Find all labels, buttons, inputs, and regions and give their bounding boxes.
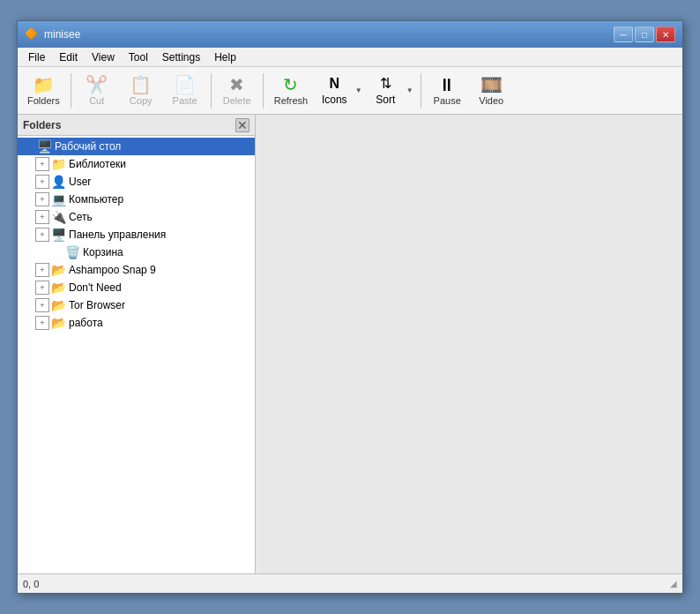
sort-button[interactable]: ⇅ Sort xyxy=(368,71,403,111)
icons-icon: N xyxy=(329,76,339,92)
copy-label: Copy xyxy=(130,95,153,106)
tree-item-dont-need[interactable]: + 📂 Don't Need xyxy=(18,279,255,296)
copy-icon: 📋 xyxy=(130,76,152,94)
folder-tree: 🖥️ Рабочий стол + 📁 Библиотеки + 👤 User xyxy=(18,136,255,573)
coordinates-display: 0, 0 xyxy=(23,579,39,589)
tree-item-ashampoo[interactable]: + 📂 Ashampoo Snap 9 xyxy=(18,261,255,279)
icon-tor: 📂 xyxy=(51,298,65,312)
folder-panel-header: Folders ✕ xyxy=(18,115,255,136)
tree-item-libraries[interactable]: + 📁 Библиотеки xyxy=(18,155,255,173)
expander-dont-need[interactable]: + xyxy=(35,281,49,295)
cut-button[interactable]: ✂️ Cut xyxy=(76,70,118,112)
icon-libraries: 📁 xyxy=(51,157,65,171)
expander-desktop xyxy=(21,139,35,154)
tree-item-control-panel[interactable]: + 🖥️ Панель управления xyxy=(18,226,255,243)
label-recycle: Корзина xyxy=(83,246,123,258)
menu-bar: File Edit View Tool Settings Help xyxy=(18,48,682,67)
status-bar: 0, 0 ◢ xyxy=(18,573,682,593)
label-libraries: Библиотеки xyxy=(69,158,126,170)
expander-user[interactable]: + xyxy=(35,175,49,189)
icons-dropdown-arrow[interactable]: ▼ xyxy=(352,71,364,111)
folder-panel: Folders ✕ 🖥️ Рабочий стол + 📁 Библиотеки xyxy=(18,115,256,573)
refresh-button[interactable]: ↻ Refresh xyxy=(268,70,315,112)
video-label: Video xyxy=(479,95,503,106)
paste-label: Paste xyxy=(173,95,197,106)
title-bar: 🔶 minisee ─ □ ✕ xyxy=(18,21,682,48)
delete-label: Delete xyxy=(223,95,251,106)
menu-help[interactable]: Help xyxy=(207,49,243,65)
folder-panel-title: Folders xyxy=(23,119,61,131)
main-window: 🔶 minisee ─ □ ✕ File Edit View Tool Sett… xyxy=(17,20,683,594)
sort-button-group: ⇅ Sort ▼ xyxy=(367,70,416,112)
icon-ashampoo: 📂 xyxy=(51,263,65,277)
folders-label: Folders xyxy=(27,95,60,106)
tree-item-computer[interactable]: + 💻 Компьютер xyxy=(18,191,255,208)
video-button[interactable]: 🎞️ Video xyxy=(470,70,512,112)
sort-dropdown-arrow[interactable]: ▼ xyxy=(403,71,415,111)
icon-computer: 💻 xyxy=(51,192,65,206)
tree-item-user[interactable]: + 👤 User xyxy=(18,173,255,191)
tree-item-network[interactable]: + 🔌 Сеть xyxy=(18,208,255,226)
menu-file[interactable]: File xyxy=(21,49,52,65)
close-button[interactable]: ✕ xyxy=(656,26,675,42)
delete-icon: ✖ xyxy=(229,76,244,94)
resize-handle[interactable]: ◢ xyxy=(670,579,677,588)
copy-button[interactable]: 📋 Copy xyxy=(120,70,162,112)
minimize-button[interactable]: ─ xyxy=(614,26,633,42)
menu-view[interactable]: View xyxy=(85,49,122,65)
expander-tor[interactable]: + xyxy=(35,298,49,312)
icons-button[interactable]: N Icons xyxy=(316,71,352,111)
tree-item-tor[interactable]: + 📂 Tor Browser xyxy=(18,296,255,314)
sort-label: Sort xyxy=(376,94,395,106)
toolbar-sep-1 xyxy=(71,73,71,109)
expander-computer[interactable]: + xyxy=(35,192,49,206)
pause-icon: ⏸ xyxy=(438,76,456,94)
content-area: Folders ✕ 🖥️ Рабочий стол + 📁 Библиотеки xyxy=(18,115,682,573)
label-desktop: Рабочий стол xyxy=(55,140,121,153)
menu-settings[interactable]: Settings xyxy=(155,49,207,65)
delete-button[interactable]: ✖ Delete xyxy=(216,70,258,112)
label-dont-need: Don't Need xyxy=(69,281,122,294)
main-panel[interactable] xyxy=(256,115,682,573)
icons-button-group: N Icons ▼ xyxy=(316,70,365,112)
toolbar: 📁 Folders ✂️ Cut 📋 Copy 📄 Paste ✖ Delete xyxy=(18,67,682,115)
icon-desktop: 🖥️ xyxy=(37,139,51,154)
toolbar-sep-2 xyxy=(211,73,212,109)
maximize-button[interactable]: □ xyxy=(635,26,654,42)
cut-icon: ✂️ xyxy=(86,76,108,94)
folder-panel-close-button[interactable]: ✕ xyxy=(235,118,249,132)
tree-item-work[interactable]: + 📂 работа xyxy=(18,314,255,332)
expander-work[interactable]: + xyxy=(35,316,49,330)
paste-button[interactable]: 📄 Paste xyxy=(164,70,206,112)
icon-user: 👤 xyxy=(51,175,65,189)
label-control-panel: Панель управления xyxy=(69,228,166,241)
label-work: работа xyxy=(69,317,103,329)
video-icon: 🎞️ xyxy=(480,76,503,94)
tree-item-desktop[interactable]: 🖥️ Рабочий стол xyxy=(18,138,255,155)
app-icon: 🔶 xyxy=(25,27,39,41)
expander-libraries[interactable]: + xyxy=(35,157,49,171)
icon-network: 🔌 xyxy=(51,210,65,224)
folders-icon: 📁 xyxy=(33,76,55,94)
expander-network[interactable]: + xyxy=(35,210,49,224)
expander-control-panel[interactable]: + xyxy=(35,228,49,242)
icons-label: Icons xyxy=(322,94,347,106)
icon-recycle: 🗑️ xyxy=(65,245,79,259)
menu-tool[interactable]: Tool xyxy=(122,49,155,65)
sort-icon: ⇅ xyxy=(380,75,391,92)
icon-work: 📂 xyxy=(51,316,65,330)
expander-recycle xyxy=(49,245,63,259)
expander-ashampoo[interactable]: + xyxy=(35,263,49,277)
label-tor: Tor Browser xyxy=(69,299,125,311)
title-bar-left: 🔶 minisee xyxy=(25,27,80,41)
menu-edit[interactable]: Edit xyxy=(52,49,85,65)
window-title: minisee xyxy=(44,28,80,41)
icon-control-panel: 🖥️ xyxy=(51,228,65,242)
folders-button[interactable]: 📁 Folders xyxy=(21,70,66,112)
toolbar-sep-4 xyxy=(421,73,421,109)
icon-dont-need: 📂 xyxy=(51,281,65,295)
pause-label: Pause xyxy=(434,95,461,106)
tree-item-recycle[interactable]: 🗑️ Корзина xyxy=(18,243,255,261)
pause-button[interactable]: ⏸ Pause xyxy=(426,70,468,112)
toolbar-sep-3 xyxy=(263,73,264,109)
